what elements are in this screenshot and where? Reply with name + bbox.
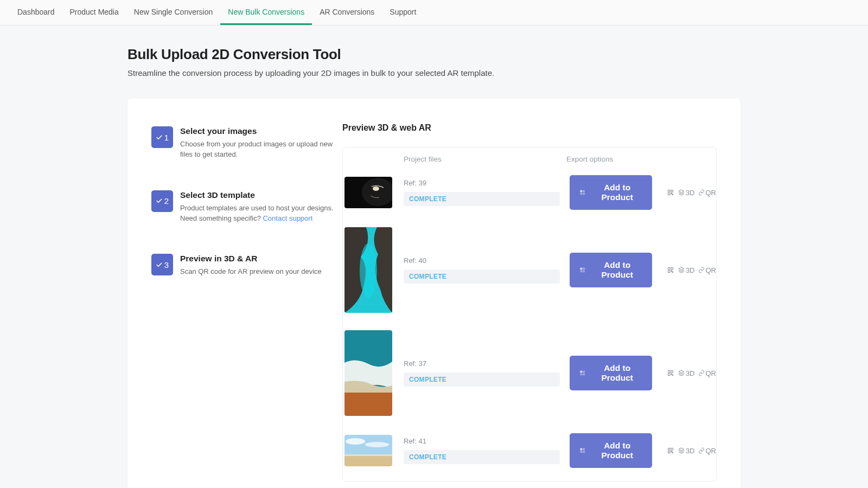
- step-title: Preview in 3D & AR: [180, 254, 322, 264]
- svg-rect-28: [583, 371, 585, 373]
- qr-text-link[interactable]: QR: [698, 266, 717, 274]
- svg-rect-16: [583, 268, 585, 270]
- project-ref: Ref: 41: [404, 437, 560, 445]
- step-title: Select your images: [180, 126, 336, 136]
- add-to-product-label: Add to Product: [595, 441, 639, 460]
- qr-text-link[interactable]: QR: [698, 369, 717, 377]
- add-to-product-button[interactable]: Add to Product: [570, 433, 652, 468]
- qr-text-link[interactable]: QR: [698, 189, 717, 197]
- preview-heading: Preview 3D & web AR: [342, 123, 717, 133]
- svg-marker-51: [679, 448, 684, 451]
- step-desc: Product templates are used to host your …: [180, 203, 336, 224]
- qr-icon: [667, 447, 674, 454]
- project-ref: Ref: 39: [404, 179, 560, 187]
- nav-item-ar-conversions[interactable]: AR Conversions: [312, 0, 382, 25]
- svg-rect-10: [671, 193, 672, 194]
- svg-rect-20: [671, 268, 673, 270]
- svg-rect-42: [580, 448, 582, 451]
- svg-point-39: [346, 438, 365, 445]
- status-badge: COMPLETE: [404, 373, 560, 387]
- svg-rect-19: [668, 268, 670, 270]
- qr-text-link[interactable]: QR: [698, 447, 717, 455]
- svg-rect-27: [580, 371, 582, 373]
- svg-rect-45: [583, 451, 585, 453]
- step-desc: Scan QR code for AR preview on your devi…: [180, 267, 322, 277]
- link-icon: [698, 189, 705, 196]
- svg-marker-36: [679, 370, 684, 373]
- page-title: Bulk Upload 2D Conversion Tool: [127, 46, 741, 63]
- svg-rect-35: [672, 375, 673, 376]
- thumbnail[interactable]: [344, 435, 392, 466]
- svg-rect-44: [580, 451, 582, 453]
- preview-table: Project files Export options Ref: 39COMP…: [342, 147, 717, 481]
- steps-column: 1Select your imagesChoose from your prod…: [151, 123, 336, 481]
- add-to-product-label: Add to Product: [595, 260, 639, 280]
- svg-rect-33: [668, 374, 670, 376]
- svg-rect-3: [580, 190, 582, 192]
- thumbnail[interactable]: [344, 177, 392, 208]
- svg-rect-8: [671, 190, 673, 192]
- table-header: Project files Export options: [343, 147, 716, 171]
- step-number: 2: [164, 196, 169, 206]
- svg-marker-12: [679, 190, 684, 192]
- svg-rect-32: [671, 371, 673, 373]
- grid-icon: [579, 188, 585, 197]
- layers-icon: [678, 189, 685, 196]
- step-desc: Choose from your product images or uploa…: [180, 139, 336, 160]
- preview-column: Preview 3D & web AR Project files Export…: [342, 123, 717, 481]
- svg-rect-43: [583, 448, 585, 451]
- table-row: Ref: 39COMPLETEAdd to Product3DQR: [343, 171, 716, 223]
- svg-rect-7: [668, 190, 670, 192]
- step-number: 3: [164, 260, 169, 269]
- thumbnail[interactable]: [344, 227, 392, 313]
- nav-item-new-bulk-conversions[interactable]: New Bulk Conversions: [220, 0, 312, 25]
- svg-point-2: [373, 187, 379, 191]
- nav-item-dashboard[interactable]: Dashboard: [10, 0, 62, 25]
- add-to-product-button[interactable]: Add to Product: [570, 175, 652, 210]
- nav-item-support[interactable]: Support: [382, 0, 424, 25]
- svg-rect-15: [580, 268, 582, 270]
- add-to-product-button[interactable]: Add to Product: [570, 356, 652, 390]
- step-1: 1Select your imagesChoose from your prod…: [151, 126, 336, 160]
- status-badge: COMPLETE: [404, 450, 560, 464]
- svg-marker-24: [679, 267, 684, 270]
- svg-rect-22: [671, 271, 672, 272]
- qr-link[interactable]: [667, 447, 675, 454]
- 3d-link[interactable]: 3D: [678, 266, 695, 274]
- 3d-link[interactable]: 3D: [678, 189, 695, 197]
- project-ref: Ref: 37: [404, 359, 560, 368]
- svg-rect-30: [583, 373, 585, 375]
- step-2: 2Select 3D templateProduct templates are…: [151, 190, 336, 224]
- step-title: Select 3D template: [180, 190, 336, 200]
- table-row: Ref: 37COMPLETEAdd to Product3DQR: [343, 326, 716, 429]
- svg-rect-38: [344, 455, 392, 466]
- qr-link[interactable]: [667, 189, 675, 196]
- nav-item-product-media[interactable]: Product Media: [62, 0, 126, 25]
- link-icon: [698, 447, 705, 454]
- qr-link[interactable]: [667, 267, 675, 273]
- layers-icon: [678, 447, 685, 454]
- nav-item-new-single-conversion[interactable]: New Single Conversion: [126, 0, 221, 25]
- step-number: 1: [164, 133, 169, 142]
- layers-icon: [678, 370, 685, 376]
- svg-rect-47: [671, 448, 673, 451]
- svg-rect-49: [671, 451, 672, 452]
- qr-link[interactable]: [667, 370, 675, 376]
- table-row: Ref: 41COMPLETEAdd to Product3DQR: [343, 429, 716, 481]
- grid-icon: [579, 369, 585, 377]
- layers-icon: [678, 267, 685, 273]
- 3d-link[interactable]: 3D: [678, 447, 695, 455]
- svg-rect-41: [344, 454, 392, 456]
- svg-rect-50: [672, 452, 673, 453]
- project-ref: Ref: 40: [404, 256, 560, 265]
- svg-rect-48: [668, 451, 670, 453]
- step-badge: 3: [151, 254, 173, 275]
- add-to-product-button[interactable]: Add to Product: [570, 253, 652, 287]
- svg-rect-21: [668, 271, 670, 273]
- contact-support-link[interactable]: Contact support: [263, 214, 312, 222]
- svg-rect-18: [583, 270, 585, 272]
- thumbnail[interactable]: [344, 330, 392, 416]
- 3d-link[interactable]: 3D: [678, 369, 695, 377]
- svg-point-14: [360, 243, 377, 298]
- step-3: 3Preview in 3D & ARScan QR code for AR p…: [151, 254, 336, 277]
